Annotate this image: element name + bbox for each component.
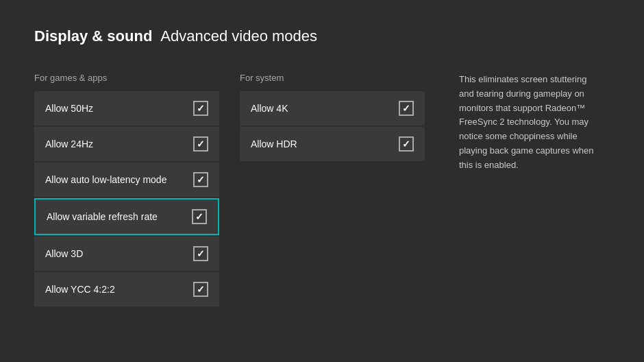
settings-page: Display & sound Advanced video modes For… (0, 0, 644, 362)
setting-allow-50hz[interactable]: Allow 50Hz (34, 91, 219, 125)
column-title-games-apps: For games & apps (34, 73, 219, 83)
setting-allow-3d[interactable]: Allow 3D (34, 237, 219, 271)
setting-label-allow-auto-low-latency: Allow auto low-latency mode (45, 174, 166, 185)
content-area: For games & apps Allow 50Hz Allow 24Hz A… (34, 73, 610, 306)
setting-allow-hdr[interactable]: Allow HDR (240, 127, 425, 161)
page-title-secondary: Advanced video modes (160, 27, 317, 45)
description-text: This eliminates screen stuttering and te… (459, 73, 596, 173)
setting-allow-24hz[interactable]: Allow 24Hz (34, 127, 219, 161)
setting-label-allow-4k: Allow 4K (251, 103, 288, 114)
setting-allow-auto-low-latency[interactable]: Allow auto low-latency mode (34, 162, 219, 197)
page-title-primary: Display & sound (34, 27, 152, 45)
setting-label-allow-hdr: Allow HDR (251, 138, 297, 149)
column-games-apps: For games & apps Allow 50Hz Allow 24Hz A… (34, 73, 219, 306)
setting-allow-variable-refresh[interactable]: Allow variable refresh rate (34, 198, 219, 235)
checkbox-allow-ycc[interactable] (193, 282, 208, 297)
setting-allow-ycc[interactable]: Allow YCC 4:2:2 (34, 272, 219, 306)
checkbox-allow-24hz[interactable] (193, 136, 208, 152)
description-panel: This eliminates screen stuttering and te… (445, 73, 610, 306)
column-title-system: For system (240, 73, 425, 83)
checkbox-allow-variable-refresh[interactable] (192, 209, 207, 224)
checkbox-allow-4k[interactable] (399, 101, 414, 116)
checkbox-allow-hdr[interactable] (399, 136, 414, 152)
column-system: For system Allow 4K Allow HDR (240, 73, 425, 306)
setting-label-allow-50hz: Allow 50Hz (45, 103, 93, 114)
setting-label-allow-ycc: Allow YCC 4:2:2 (45, 284, 115, 295)
settings-list-system: Allow 4K Allow HDR (240, 91, 425, 161)
setting-allow-4k[interactable]: Allow 4K (240, 91, 425, 125)
checkbox-allow-3d[interactable] (193, 246, 208, 261)
setting-label-allow-24hz: Allow 24Hz (45, 138, 93, 149)
checkbox-allow-50hz[interactable] (193, 101, 208, 116)
setting-label-allow-variable-refresh: Allow variable refresh rate (47, 211, 158, 222)
page-header: Display & sound Advanced video modes (34, 27, 610, 45)
settings-list-games-apps: Allow 50Hz Allow 24Hz Allow auto low-lat… (34, 91, 219, 306)
setting-label-allow-3d: Allow 3D (45, 248, 83, 259)
checkbox-allow-auto-low-latency[interactable] (193, 172, 208, 187)
